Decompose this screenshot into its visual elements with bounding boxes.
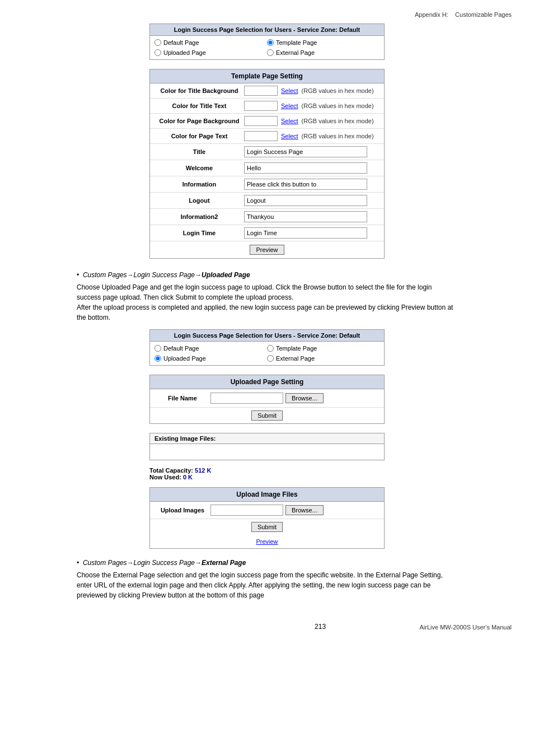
logout-field-label: Logout (154, 197, 244, 204)
color-page-bg-value: Select (RGB values in hex mode) (244, 116, 380, 126)
color-page-bg-select[interactable]: Select (281, 118, 298, 124)
now-used-line: Now Used: 0 K (149, 474, 385, 480)
bullet1-heading: • Custom Pages→Login Success Page→Upload… (77, 270, 457, 280)
template-selection-table: Login Success Page Selection for Users -… (149, 24, 385, 60)
uploaded-submit-button[interactable]: Submit (251, 410, 283, 421)
color-title-text-select[interactable]: Select (281, 102, 298, 109)
color-page-bg-label: Color for Page Background (154, 118, 244, 124)
template-preview-row: Preview (150, 241, 384, 258)
title-input[interactable] (244, 146, 367, 157)
template-settings-title: Template Page Setting (150, 69, 384, 83)
color-title-text-row: Color for Title Text Select (RGB values … (150, 99, 384, 114)
color-page-bg-box[interactable] (244, 116, 278, 126)
radio-template-page2[interactable]: Template Page (267, 344, 380, 353)
upload-input-box[interactable] (210, 505, 283, 516)
color-title-text-box[interactable] (244, 101, 278, 111)
color-page-text-row: Color for Page Text Select (RGB values i… (150, 129, 384, 144)
radio-external-page2[interactable]: External Page (267, 354, 380, 363)
logout-field-value (244, 195, 380, 206)
color-title-bg-box[interactable] (244, 86, 278, 96)
information2-field-value (244, 211, 380, 222)
radio-default-page[interactable]: Default Page (154, 38, 267, 47)
brand-label: AirLive MW-2000S User's Manual (420, 624, 512, 631)
total-capacity-value: 512 K (195, 467, 211, 474)
upload-submit-button[interactable]: Submit (251, 522, 283, 532)
radio-template-page2-input[interactable] (267, 345, 274, 352)
template-preview-button[interactable]: Preview (250, 245, 284, 255)
color-page-bg-row: Color for Page Background Select (RGB va… (150, 114, 384, 129)
bullet2-prefix: Custom Pages→Login Success Page→ (83, 559, 202, 567)
upload-browse-button[interactable]: Browse... (285, 505, 324, 515)
radio-uploaded-page2-input[interactable] (154, 355, 161, 362)
color-page-text-label: Color for Page Text (154, 133, 244, 139)
logout-row: Logout (150, 193, 384, 209)
radio-uploaded-page[interactable]: Uploaded Page (154, 48, 267, 57)
radio-template-page-input[interactable] (267, 39, 274, 46)
information2-field-label: Information2 (154, 213, 244, 220)
upload-input-area: Browse... (210, 505, 380, 516)
login-time-field-value (244, 227, 380, 239)
welcome-input[interactable] (244, 162, 367, 174)
radio-external-page-input[interactable] (267, 49, 274, 56)
radio-default-page-input[interactable] (154, 39, 161, 46)
radio-external-page-label: External Page (276, 49, 315, 56)
bullet2-bold: External Page (202, 559, 246, 567)
color-title-bg-value: Select (RGB values in hex mode) (244, 86, 380, 96)
uploaded-submit-row: Submit (150, 408, 384, 423)
radio-uploaded-page-input[interactable] (154, 49, 161, 56)
upload-image-table: Upload Image Files Upload Images Browse.… (149, 487, 385, 549)
bullet1-prefix: Custom Pages→Login Success Page→ (83, 271, 202, 279)
uploaded-selection-table: Login Success Page Selection for Users -… (149, 329, 385, 366)
total-capacity-label: Total Capacity: (149, 467, 193, 474)
radio-external-page2-input[interactable] (267, 355, 274, 362)
file-input-box[interactable] (210, 393, 283, 404)
radio-uploaded-page2[interactable]: Uploaded Page (154, 354, 267, 363)
color-page-text-box[interactable] (244, 131, 278, 141)
radio-external-page2-label: External Page (276, 355, 315, 362)
color-title-text-label: Color for Title Text (154, 102, 244, 109)
radio-uploaded-page-label: Uploaded Page (163, 49, 206, 56)
existing-header: Existing Image Files: (149, 433, 385, 444)
upload-submit-row: Submit (150, 519, 384, 535)
welcome-field-value (244, 162, 380, 174)
appendix-header: Appendix H: Customizable Pages (22, 11, 512, 18)
bullet2-para1: Choose the External Page selection and g… (77, 570, 457, 600)
welcome-field-label: Welcome (154, 165, 244, 171)
file-name-row: File Name Browse... (150, 389, 384, 408)
information-field-value (244, 179, 380, 190)
color-page-text-select[interactable]: Select (281, 133, 298, 139)
upload-preview-link[interactable]: Preview (256, 538, 278, 545)
uploaded-settings-table: Uploaded Page Setting File Name Browse..… (149, 375, 385, 424)
color-page-text-value: Select (RGB values in hex mode) (244, 131, 380, 141)
existing-section: Existing Image Files: (149, 433, 385, 465)
welcome-row: Welcome (150, 160, 384, 176)
now-used-value: 0 K (183, 474, 193, 480)
radio-uploaded-page2-label: Uploaded Page (163, 355, 206, 362)
color-title-text-hint: (RGB values in hex mode) (302, 102, 374, 109)
login-time-row: Login Time (150, 225, 384, 241)
color-title-bg-select[interactable]: Select (281, 87, 298, 94)
information-input[interactable] (244, 179, 367, 190)
information2-input[interactable] (244, 211, 367, 222)
now-used-label: Now Used: (149, 474, 181, 480)
upload-images-label: Upload Images (154, 507, 210, 514)
radio-default-page2[interactable]: Default Page (154, 344, 267, 353)
upload-image-title: Upload Image Files (150, 488, 384, 502)
information2-row: Information2 (150, 209, 384, 225)
file-input-area: Browse... (210, 393, 380, 404)
title-field-value (244, 146, 380, 157)
file-browse-button[interactable]: Browse... (285, 393, 324, 403)
logout-input[interactable] (244, 195, 367, 206)
page-footer: 213 AirLive MW-2000S User's Manual (22, 617, 512, 631)
uploaded-radio-grid: Default Page Template Page Uploaded Page… (150, 342, 384, 365)
radio-template-page[interactable]: Template Page (267, 38, 380, 47)
radio-template-page2-label: Template Page (276, 345, 317, 352)
template-radio-grid: Default Page Template Page Uploaded Page… (150, 36, 384, 59)
radio-external-page[interactable]: External Page (267, 48, 380, 57)
information-row: Information (150, 176, 384, 193)
color-title-bg-row: Color for Title Background Select (RGB v… (150, 83, 384, 99)
upload-images-row: Upload Images Browse... (150, 502, 384, 519)
login-time-input[interactable] (244, 227, 367, 239)
radio-default-page2-input[interactable] (154, 345, 161, 352)
bullet1-para2: After the upload process is completed an… (77, 302, 457, 323)
